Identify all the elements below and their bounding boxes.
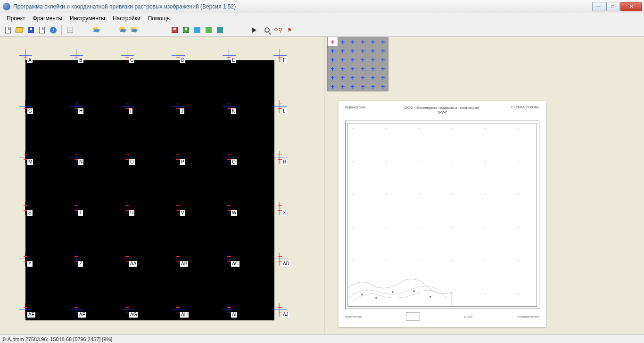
overview-cell[interactable]: + (368, 73, 378, 82)
overview-cell[interactable]: + (348, 37, 358, 46)
menu-help[interactable]: Помощь (144, 14, 173, 23)
overview-cell[interactable]: + (328, 37, 338, 46)
control-point[interactable]: E (223, 49, 236, 62)
flag-button[interactable]: ⚑ (284, 25, 295, 35)
control-point[interactable]: T (70, 202, 83, 215)
control-point[interactable]: J (172, 100, 185, 113)
control-point[interactable]: Q (223, 151, 236, 164)
control-point[interactable]: AF (70, 303, 83, 317)
control-point[interactable]: AI (223, 303, 236, 317)
overview-cell[interactable]: + (358, 64, 368, 73)
control-point[interactable]: R (273, 151, 287, 164)
overview-cell[interactable]: + (358, 46, 368, 55)
overview-cell[interactable]: + (368, 82, 378, 91)
pins-button[interactable]: ⚲⚲ (273, 25, 283, 35)
menu-fragments[interactable]: Фрагменты (29, 14, 66, 23)
control-point[interactable]: O (121, 151, 134, 164)
overview-cell[interactable]: + (358, 73, 368, 82)
control-point[interactable]: S (19, 202, 32, 215)
green-button[interactable] (203, 25, 214, 35)
overview-cell[interactable]: + (378, 82, 388, 91)
overview-grid[interactable]: ++++++++++++++++++++++++++++++++++++ (327, 37, 388, 91)
overview-cell[interactable]: + (378, 73, 388, 82)
control-point[interactable]: AE (19, 303, 32, 317)
overview-cell[interactable]: + (378, 64, 388, 73)
control-point[interactable]: N (70, 151, 83, 164)
control-point[interactable]: D (172, 49, 185, 62)
overview-cell[interactable]: + (368, 37, 378, 46)
overview-cell[interactable]: + (328, 73, 338, 82)
left-panel[interactable]: ABCDEFGHIJKLMNOPQRSTUVWXYZAAABACADAEAFAG… (0, 37, 324, 335)
menu-tools[interactable]: Инструменты (66, 14, 109, 23)
overview-cell[interactable]: + (358, 37, 368, 46)
overview-cell[interactable]: + (328, 82, 338, 91)
new-button[interactable] (3, 25, 13, 35)
close-button[interactable]: ✕ (620, 2, 642, 11)
overview-cell[interactable]: + (338, 55, 347, 64)
overview-cell[interactable]: + (378, 55, 388, 64)
menu-settings[interactable]: Настройки (109, 14, 144, 23)
disk2-button[interactable] (181, 25, 191, 35)
new2-button[interactable] (37, 25, 47, 35)
overview-cell[interactable]: + (338, 73, 347, 82)
blue-button[interactable] (192, 25, 202, 35)
map-preview[interactable]: Воронежская ООО "Инженерная геодезия и т… (339, 101, 546, 327)
control-point[interactable]: U (121, 202, 134, 215)
overview-cell[interactable]: + (348, 55, 358, 64)
control-point[interactable]: I (121, 100, 134, 113)
control-point[interactable]: B (70, 49, 83, 62)
maximize-button[interactable]: □ (606, 2, 619, 11)
grid-button[interactable] (65, 25, 75, 35)
zoom-button[interactable] (262, 25, 272, 35)
control-point[interactable]: Z (70, 253, 83, 266)
overview-cell[interactable]: + (368, 55, 378, 64)
overview-cell[interactable]: + (328, 64, 338, 73)
control-point[interactable]: AB (172, 253, 185, 266)
control-point[interactable]: L (273, 100, 287, 113)
overview-cell[interactable]: + (338, 46, 347, 55)
control-point[interactable]: A (19, 49, 32, 62)
overview-cell[interactable]: + (358, 82, 368, 91)
open-button[interactable] (14, 25, 25, 35)
overview-cell[interactable]: + (358, 55, 368, 64)
control-point[interactable]: AC (223, 253, 236, 266)
control-point[interactable]: K (223, 100, 236, 113)
control-point[interactable]: AH (172, 303, 185, 317)
overview-cell[interactable]: + (328, 55, 338, 64)
overview-cell[interactable]: + (338, 64, 347, 73)
layers3-button[interactable] (129, 25, 139, 35)
overview-cell[interactable]: + (378, 37, 388, 46)
control-point[interactable]: AG (121, 303, 134, 317)
menu-project[interactable]: Проект (3, 14, 29, 23)
control-point[interactable]: F (273, 49, 287, 62)
control-point[interactable]: G (19, 100, 32, 113)
minimize-button[interactable]: — (592, 2, 605, 11)
control-point[interactable]: P (172, 151, 185, 164)
overview-cell[interactable]: + (348, 46, 358, 55)
control-point[interactable]: H (70, 100, 83, 113)
save-button[interactable] (25, 25, 36, 35)
overview-cell[interactable]: + (348, 64, 358, 73)
control-point[interactable]: X (273, 202, 287, 215)
control-point[interactable]: AD (273, 253, 287, 266)
control-point[interactable]: Y (19, 253, 32, 266)
overview-cell[interactable]: + (368, 64, 378, 73)
control-point[interactable]: W (223, 202, 236, 215)
control-point[interactable]: C (121, 49, 134, 62)
teal-button[interactable] (215, 25, 225, 35)
disk1-button[interactable] (169, 25, 180, 35)
overview-cell[interactable]: + (378, 46, 388, 55)
control-point[interactable]: AA (121, 253, 134, 266)
pointer-button[interactable] (250, 25, 261, 35)
overview-cell[interactable]: + (348, 82, 358, 91)
control-point[interactable]: M (19, 151, 32, 164)
overview-cell[interactable]: + (338, 37, 347, 46)
overview-cell[interactable]: + (338, 82, 347, 91)
overview-cell[interactable]: + (368, 46, 378, 55)
overview-cell[interactable]: + (348, 73, 358, 82)
layers1-button[interactable] (91, 25, 101, 35)
control-point[interactable]: AJ (273, 303, 287, 317)
info-button[interactable]: i (48, 25, 58, 35)
control-point[interactable]: V (172, 202, 185, 215)
layers2-button[interactable] (117, 25, 128, 35)
